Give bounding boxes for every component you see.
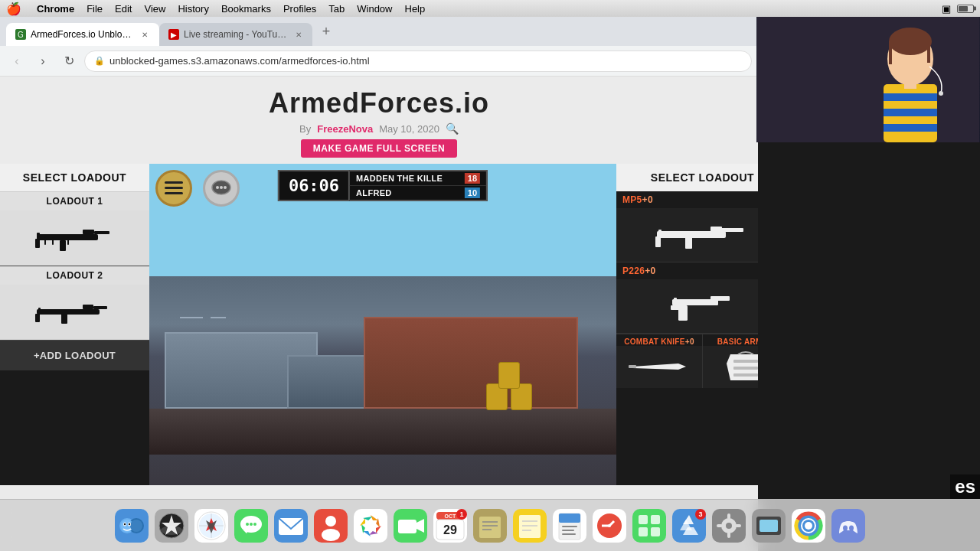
bin-icon xyxy=(473,509,507,543)
dock-launchpad[interactable] xyxy=(153,507,190,544)
right-weapon1[interactable]: MP5+0 xyxy=(616,191,758,262)
launchpad-icon xyxy=(155,509,188,543)
menu-button[interactable] xyxy=(155,170,192,207)
game-scenery xyxy=(149,302,616,485)
score-row-1: MADDEN THE KILLE 18 xyxy=(350,171,486,186)
svg-rect-15 xyxy=(165,181,183,184)
menu-edit[interactable]: Edit xyxy=(115,3,132,15)
refresh-button[interactable]: ↻ xyxy=(58,51,80,72)
score2-val: 10 xyxy=(465,187,480,198)
basic-armor-label: BASIC ARMOR xyxy=(703,334,758,346)
tab-armedforces[interactable]: G ArmedForces.io Unblocked ✕ xyxy=(6,23,159,46)
right-bottom-row: COMBAT KNIFE+0 xyxy=(616,334,758,388)
menu-profiles[interactable]: Profiles xyxy=(283,3,316,15)
svg-point-73 xyxy=(246,523,249,526)
svg-rect-83 xyxy=(398,520,416,533)
svg-point-79 xyxy=(325,516,336,527)
numbers-icon xyxy=(632,509,666,543)
weapon2-svg xyxy=(29,293,121,331)
combat-knife-item[interactable]: COMBAT KNIFE+0 xyxy=(616,334,703,388)
menu-window[interactable]: Window xyxy=(357,3,392,15)
right-weapon2[interactable]: P226+0 xyxy=(616,262,758,334)
new-tab-button[interactable]: + xyxy=(315,21,337,42)
svg-rect-25 xyxy=(655,236,661,247)
dock-facetime[interactable] xyxy=(392,507,429,544)
dock-finder[interactable] xyxy=(113,507,150,544)
dock-mail[interactable] xyxy=(273,507,309,544)
svg-point-57 xyxy=(124,523,126,524)
svg-rect-17 xyxy=(165,192,183,194)
svg-rect-91 xyxy=(479,517,501,538)
dock-reminders[interactable] xyxy=(591,507,628,544)
macos-menubar: 🍎 Chrome File Edit View History Bookmark… xyxy=(0,0,980,17)
fullscreen-button[interactable]: MAKE GAME FULL SCREEN xyxy=(301,139,457,158)
right-weapon2-name: P226+0 xyxy=(622,266,656,276)
author-link[interactable]: FreezeNova xyxy=(317,123,373,135)
menu-help[interactable]: Help xyxy=(405,3,426,15)
menu-tab[interactable]: Tab xyxy=(328,3,345,15)
add-loadout-button[interactable]: +ADD LOADOUT xyxy=(0,341,149,370)
forward-button[interactable]: › xyxy=(32,51,54,72)
dock-contacts[interactable] xyxy=(312,507,349,544)
svg-rect-16 xyxy=(165,187,183,189)
loadout1-weapon-img xyxy=(0,210,149,266)
dock-appstore[interactable]: 3 xyxy=(671,507,707,544)
right-loadout-header: SELECT LOADOUT xyxy=(616,164,758,191)
dock-calendar[interactable]: 29 OCT 1 xyxy=(432,507,469,544)
loadout2-label: LOADOUT 2 xyxy=(0,266,149,285)
basic-armor-item[interactable]: BASIC ARMOR xyxy=(703,334,758,388)
calendar-badge: 1 xyxy=(456,509,467,520)
game-timer: 06:06 xyxy=(278,170,350,201)
svg-rect-81 xyxy=(354,509,387,543)
loadout2-item[interactable]: LOADOUT 2 xyxy=(0,266,149,341)
basic-armor-img xyxy=(703,346,758,388)
dock-discord[interactable] xyxy=(830,507,867,544)
tab1-close[interactable]: ✕ xyxy=(140,29,150,40)
svg-rect-39 xyxy=(757,17,979,142)
dock-chrome[interactable] xyxy=(790,507,827,544)
menu-chrome[interactable]: Chrome xyxy=(37,3,74,15)
loadout1-item[interactable]: LOADOUT 1 xyxy=(0,192,149,266)
dock-textedit[interactable] xyxy=(551,507,588,544)
svg-rect-121 xyxy=(727,532,730,538)
safari-icon xyxy=(194,509,228,543)
hud-scores: MADDEN THE KILLE 18 ALFRED 10 xyxy=(350,170,488,201)
messages-icon xyxy=(234,509,268,543)
photos-icon xyxy=(354,509,387,543)
loadout1-label: LOADOUT 1 xyxy=(0,192,149,210)
svg-rect-111 xyxy=(632,509,666,543)
dock-safari[interactable] xyxy=(193,507,230,544)
menu-bookmarks[interactable]: Bookmarks xyxy=(221,3,271,15)
chat-button[interactable] xyxy=(203,170,240,207)
tab2-close[interactable]: ✕ xyxy=(294,29,303,40)
game-viewport[interactable]: 06:06 MADDEN THE KILLE 18 ALFRED 10 xyxy=(149,164,616,485)
dock-migration[interactable] xyxy=(750,507,787,544)
sysprefs-icon xyxy=(712,509,746,543)
search-icon[interactable]: 🔍 xyxy=(446,122,459,135)
finder-icon xyxy=(115,509,149,543)
hamburger-icon xyxy=(165,181,183,195)
tab-youtube[interactable]: ▶ Live streaming - YouTube Stu... ✕ xyxy=(159,23,312,46)
combat-knife-label: COMBAT KNIFE+0 xyxy=(616,334,702,346)
dock-photos[interactable] xyxy=(352,507,389,544)
svg-rect-22 xyxy=(657,231,726,238)
svg-rect-104 xyxy=(562,530,574,531)
dock-notes[interactable] xyxy=(511,507,548,544)
dock-messages[interactable] xyxy=(233,507,270,544)
dock-bin[interactable] xyxy=(472,507,508,544)
svg-rect-35 xyxy=(629,365,636,368)
dock-sysprefs[interactable] xyxy=(710,507,747,544)
menu-history[interactable]: History xyxy=(178,3,208,15)
apple-menu[interactable]: 🍎 xyxy=(6,2,21,16)
menu-file[interactable]: File xyxy=(87,3,103,15)
svg-rect-103 xyxy=(562,526,577,527)
svg-text:OCT: OCT xyxy=(445,514,457,519)
menu-view[interactable]: View xyxy=(144,3,165,15)
svg-point-131 xyxy=(805,522,812,530)
dock-numbers[interactable] xyxy=(631,507,668,544)
back-button[interactable]: ‹ xyxy=(6,51,28,72)
svg-point-110 xyxy=(608,524,611,527)
mail-icon xyxy=(274,509,308,543)
url-bar[interactable]: 🔒 unblocked-games.s3.amazonaws.com/armed… xyxy=(84,51,752,72)
lock-icon: 🔒 xyxy=(94,56,105,66)
